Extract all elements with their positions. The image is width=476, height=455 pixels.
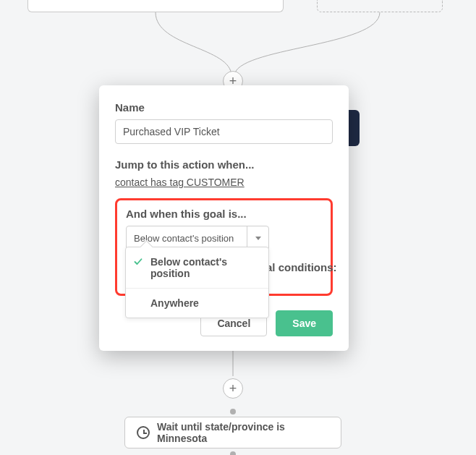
jump-label: Jump to this action when...: [115, 158, 333, 171]
goal-modal: Name Jump to this action when... contact…: [99, 85, 349, 351]
modal-overlay: Name Jump to this action when... contact…: [0, 0, 476, 455]
option-anywhere[interactable]: Anywhere: [126, 288, 268, 318]
option-label: Anywhere: [150, 297, 199, 309]
save-button[interactable]: Save: [276, 310, 333, 336]
goal-position-highlight: And when this goal is... Below contact's…: [115, 198, 333, 296]
obscured-text: al conditions:: [266, 261, 337, 273]
name-input[interactable]: [115, 119, 333, 144]
condition-link[interactable]: contact has tag CUSTOMER: [115, 177, 245, 188]
option-label: Below contact's position: [150, 256, 227, 279]
select-value: Below contact's position: [134, 233, 234, 244]
check-icon: [134, 257, 143, 265]
chevron-down-icon: [255, 237, 261, 240]
goal-position-dropdown: Below contact's position Anywhere: [125, 247, 269, 318]
name-label: Name: [115, 101, 333, 114]
goal-position-label: And when this goal is...: [126, 208, 322, 220]
option-below-position[interactable]: Below contact's position: [126, 247, 268, 288]
